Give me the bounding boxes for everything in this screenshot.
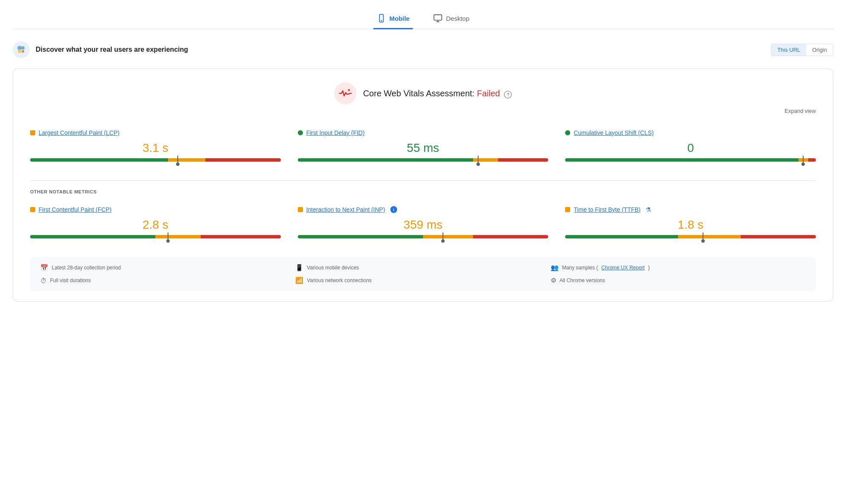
progress-marker	[177, 156, 178, 164]
metric-name-lcp[interactable]: Largest Contentful Paint (LCP)	[39, 129, 120, 136]
crux-avatar	[13, 41, 30, 58]
metric-dot-fcp	[30, 207, 35, 212]
assessment-header: Core Web Vitals Assessment: Failed ?	[30, 82, 816, 104]
tab-mobile-label: Mobile	[389, 15, 410, 22]
progress-bar	[298, 158, 549, 162]
metric-label-row-fcp: First Contentful Paint (FCP)	[30, 206, 281, 213]
assessment-status: Failed	[477, 89, 500, 98]
info-icon-inp[interactable]: i	[390, 206, 397, 213]
footer-text-after-2: )	[648, 265, 650, 271]
metric-name-fid[interactable]: First Input Delay (FID)	[306, 129, 365, 136]
expand-view-button[interactable]: Expand view	[30, 108, 816, 114]
footer-item-2: 👥Many samples (Chrome UX Report)	[551, 264, 806, 272]
metric-dot-fid	[298, 130, 303, 135]
progress-bar	[30, 158, 281, 162]
tab-desktop[interactable]: Desktop	[430, 8, 473, 29]
tabs-bar: Mobile Desktop	[13, 8, 833, 29]
metric-item-fid: First Input Delay (FID)55 ms	[298, 123, 549, 170]
progress-bar	[30, 235, 281, 238]
metric-item-fcp: First Contentful Paint (FCP)2.8 s	[30, 199, 281, 247]
progress-marker	[703, 232, 703, 241]
assessment-failed-icon	[334, 82, 356, 104]
footer-item-1: 📱Various mobile devices	[295, 264, 550, 272]
metric-value-fcp: 2.8 s	[30, 218, 281, 232]
other-metrics-label: OTHER NOTABLE METRICS	[30, 189, 816, 194]
footer-text-0: Latest 28-day collection period	[52, 265, 121, 271]
footer-icon-1: 📱	[295, 264, 303, 272]
header-row: Discover what your real users are experi…	[13, 39, 833, 60]
assessment-title-row: Core Web Vitals Assessment: Failed ?	[363, 89, 512, 98]
footer-icon-5: ⚙	[551, 277, 556, 284]
metric-label-row-cls: Cumulative Layout Shift (CLS)	[565, 129, 816, 136]
footer-text-5: All Chrome versions	[560, 277, 605, 283]
metric-dot-ttfb	[565, 207, 570, 212]
progress-marker	[478, 156, 479, 164]
svg-point-8	[22, 50, 24, 53]
svg-point-5	[17, 46, 22, 50]
svg-point-6	[21, 46, 25, 50]
progress-bar	[298, 235, 549, 238]
metric-name-ttfb[interactable]: Time to First Byte (TTFB)	[574, 206, 640, 213]
main-card: Core Web Vitals Assessment: Failed ? Exp…	[13, 68, 833, 302]
svg-rect-2	[434, 15, 442, 20]
section-divider	[30, 180, 816, 181]
mobile-icon	[377, 14, 386, 23]
tab-mobile[interactable]: Mobile	[373, 8, 413, 29]
footer-text-4: Various network connections	[307, 277, 372, 283]
footer-icon-4: 📶	[295, 277, 303, 284]
core-metrics-grid: Largest Contentful Paint (LCP)3.1 sFirst…	[30, 123, 816, 170]
footer-icon-2: 👥	[551, 264, 559, 272]
footer-item-4: 📶Various network connections	[295, 277, 550, 284]
footer-item-3: ⏱Full visit durations	[40, 277, 295, 284]
assessment-help-icon[interactable]: ?	[504, 91, 512, 98]
footer-icon-3: ⏱	[40, 277, 47, 284]
footer-item-0: 📅Latest 28-day collection period	[40, 264, 295, 272]
footer-text-1: Various mobile devices	[307, 265, 359, 271]
metric-name-cls[interactable]: Cumulative Layout Shift (CLS)	[574, 129, 653, 136]
metric-label-row-lcp: Largest Contentful Paint (LCP)	[30, 129, 281, 136]
metric-item-inp: Interaction to Next Paint (INP)i359 ms	[298, 199, 549, 247]
metric-dot-cls	[565, 130, 570, 135]
progress-bar	[565, 235, 816, 238]
metric-item-lcp: Largest Contentful Paint (LCP)3.1 s	[30, 123, 281, 170]
svg-marker-9	[347, 89, 350, 91]
progress-marker	[803, 156, 804, 164]
header-title: Discover what your real users are experi…	[36, 46, 188, 53]
svg-point-7	[18, 50, 21, 53]
footer-item-5: ⚙All Chrome versions	[551, 277, 806, 284]
beaker-icon-ttfb: ⚗	[646, 206, 651, 213]
progress-marker	[168, 232, 168, 241]
this-url-button[interactable]: This URL	[771, 44, 806, 56]
desktop-icon	[433, 14, 443, 23]
card-footer: 📅Latest 28-day collection period📱Various…	[30, 257, 816, 291]
origin-button[interactable]: Origin	[806, 44, 833, 56]
metric-item-cls: Cumulative Layout Shift (CLS)0	[565, 123, 816, 170]
footer-text-2: Many samples (	[562, 265, 598, 271]
progress-bar	[565, 158, 816, 162]
metric-dot-lcp	[30, 130, 35, 135]
url-toggle: This URL Origin	[771, 44, 833, 56]
metric-value-cls: 0	[565, 141, 816, 155]
metric-item-ttfb: Time to First Byte (TTFB)⚗1.8 s	[565, 199, 816, 247]
header-left: Discover what your real users are experi…	[13, 41, 188, 58]
metric-value-inp: 359 ms	[298, 218, 549, 232]
tab-desktop-label: Desktop	[446, 15, 469, 22]
metric-dot-inp	[298, 207, 303, 212]
footer-link-2[interactable]: Chrome UX Report	[601, 265, 644, 271]
metric-value-lcp: 3.1 s	[30, 141, 281, 155]
metric-name-inp[interactable]: Interaction to Next Paint (INP)	[306, 206, 385, 213]
progress-marker	[443, 232, 443, 241]
footer-icon-0: 📅	[40, 264, 48, 272]
metric-value-fid: 55 ms	[298, 141, 549, 155]
other-metrics-grid: First Contentful Paint (FCP)2.8 sInterac…	[30, 199, 816, 247]
crux-logo-icon	[16, 44, 27, 55]
metric-name-fcp[interactable]: First Contentful Paint (FCP)	[39, 206, 112, 213]
heartbeat-icon	[339, 88, 352, 98]
metric-label-row-inp: Interaction to Next Paint (INP)i	[298, 206, 549, 213]
metric-label-row-ttfb: Time to First Byte (TTFB)⚗	[565, 206, 816, 213]
assessment-title-prefix: Core Web Vitals Assessment:	[363, 89, 477, 98]
metric-label-row-fid: First Input Delay (FID)	[298, 129, 549, 136]
metric-value-ttfb: 1.8 s	[565, 218, 816, 232]
footer-text-3: Full visit durations	[50, 277, 91, 283]
